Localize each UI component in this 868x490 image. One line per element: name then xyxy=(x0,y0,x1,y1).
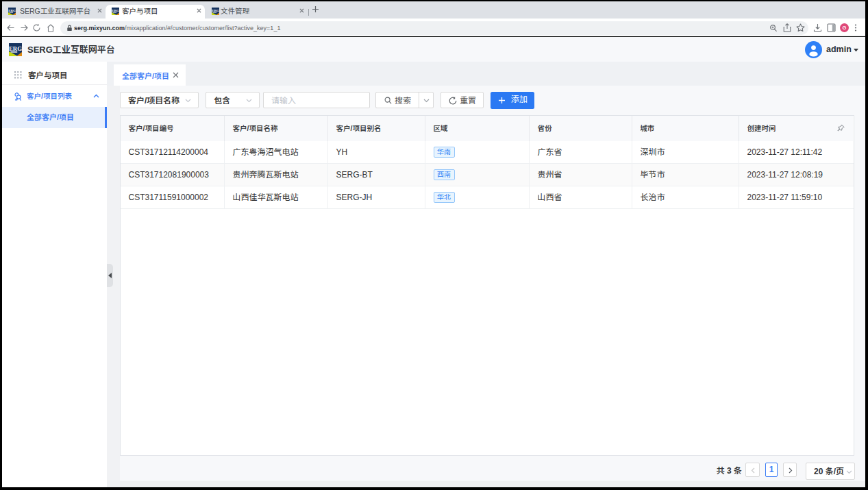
svg-text:ERG: ERG xyxy=(112,9,119,12)
svg-text:ERG: ERG xyxy=(9,45,22,52)
svg-text:ERG: ERG xyxy=(212,9,219,12)
svg-text:ERG: ERG xyxy=(8,9,16,12)
